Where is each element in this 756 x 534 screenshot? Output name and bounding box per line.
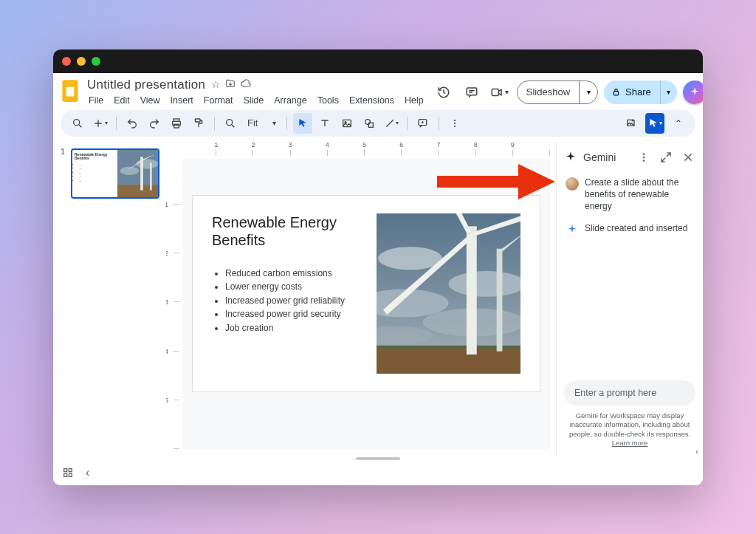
window-chrome	[53, 49, 703, 73]
gemini-user-message: Create a slide about the benefits of ren…	[566, 177, 694, 213]
comments-icon[interactable]	[461, 81, 483, 103]
menu-edit[interactable]: Edit	[112, 94, 131, 107]
gemini-sparkle-icon	[566, 223, 579, 236]
share-label: Share	[625, 86, 651, 97]
side-panel-toggle[interactable]: ‹	[695, 447, 698, 456]
slide-title[interactable]: Renewable Energy Benefits	[212, 213, 363, 249]
cloud-status-icon[interactable]	[240, 78, 251, 91]
svg-rect-43	[64, 473, 67, 476]
gemini-sparkle-icon	[689, 86, 701, 98]
image-gen-icon[interactable]	[622, 113, 641, 134]
svg-rect-12	[343, 120, 351, 126]
document-title[interactable]: Untitled presentation	[87, 78, 205, 92]
thumbnail-number: 1	[61, 147, 65, 156]
zoom-button[interactable]	[221, 113, 240, 134]
image-tool[interactable]	[337, 113, 357, 134]
workspace: 1 Renewable EnergyBenefits —————	[53, 143, 703, 456]
nav-prev-icon[interactable]: ‹	[86, 466, 89, 479]
list-item: Increased power grid security	[225, 307, 363, 321]
svg-point-30	[378, 247, 442, 270]
svg-rect-10	[195, 119, 200, 122]
collapse-toolbar-icon[interactable]: ⌃	[669, 113, 688, 134]
gemini-close-icon[interactable]	[681, 150, 695, 165]
svg-point-17	[454, 119, 456, 120]
menu-arrange[interactable]: Arrange	[272, 94, 308, 107]
share-button[interactable]: Share ▾	[604, 81, 677, 104]
close-window-button[interactable]	[62, 57, 71, 66]
svg-rect-41	[64, 468, 67, 471]
gemini-sparkle-icon	[564, 151, 577, 164]
slideshow-label[interactable]: Slideshow	[518, 81, 580, 103]
speaker-notes-handle[interactable]	[356, 457, 400, 460]
svg-rect-28	[377, 348, 520, 374]
video-call-icon[interactable]: ▾	[489, 81, 511, 103]
slide-image[interactable]	[377, 213, 520, 374]
zoom-label: Fit	[247, 117, 258, 129]
menu-insert[interactable]: Insert	[169, 94, 195, 107]
svg-point-38	[643, 153, 645, 155]
share-dropdown[interactable]: ▾	[661, 81, 677, 104]
prompt-placeholder: Enter a prompt here	[574, 388, 656, 398]
svg-rect-35	[497, 248, 503, 351]
slideshow-button[interactable]: Slideshow ▾	[517, 81, 598, 104]
gemini-prompt-input[interactable]: Enter a prompt here	[564, 380, 695, 405]
redo-button[interactable]	[145, 113, 164, 134]
line-tool[interactable]: ▾	[382, 113, 401, 134]
slide-thumbnail-1[interactable]: Renewable EnergyBenefits —————	[71, 148, 159, 199]
slide[interactable]: Renewable Energy Benefits Reduced carbon…	[193, 196, 540, 391]
menu-format[interactable]: Format	[202, 94, 235, 107]
grid-view-icon[interactable]	[62, 467, 74, 479]
list-item: Increased power grid reliability	[225, 294, 363, 308]
gemini-expand-icon[interactable]	[659, 150, 673, 165]
minimize-window-button[interactable]	[77, 57, 86, 66]
svg-rect-36	[467, 226, 477, 355]
svg-point-18	[454, 122, 456, 123]
menu-file[interactable]: File	[87, 94, 105, 107]
history-icon[interactable]	[433, 81, 455, 103]
ai-response-text: Slide created and inserted	[585, 222, 687, 236]
pointer-tool-active[interactable]: ▾	[645, 113, 664, 134]
slides-logo-icon[interactable]	[61, 78, 80, 104]
header: Untitled presentation ☆ File Edit Vi	[53, 73, 703, 107]
gemini-more-icon[interactable]	[636, 150, 651, 165]
gemini-fab-button[interactable]	[683, 81, 703, 104]
slideshow-dropdown[interactable]: ▾	[580, 81, 597, 103]
svg-rect-5	[614, 92, 619, 95]
menu-tools[interactable]: Tools	[316, 94, 340, 107]
user-avatar-small	[566, 177, 579, 191]
new-slide-button[interactable]: ▾	[90, 113, 110, 134]
more-tools-icon[interactable]	[445, 113, 464, 134]
zoom-select[interactable]: Fit▾	[243, 117, 281, 129]
select-tool[interactable]	[293, 113, 312, 134]
print-button[interactable]	[167, 113, 186, 134]
app-window: Untitled presentation ☆ File Edit Vi	[53, 49, 703, 485]
svg-point-23	[120, 166, 140, 174]
svg-point-11	[227, 119, 233, 125]
menu-view[interactable]: View	[139, 94, 162, 107]
gemini-disclaimer: Gemini for Workspace may display inaccur…	[564, 411, 695, 448]
comment-add-button[interactable]	[413, 113, 433, 134]
maximize-window-button[interactable]	[92, 57, 100, 66]
svg-rect-26	[150, 162, 152, 190]
menu-help[interactable]: Help	[403, 94, 425, 107]
svg-point-6	[74, 119, 80, 125]
shape-tool[interactable]	[360, 113, 379, 134]
paint-format-button[interactable]	[189, 113, 208, 134]
menu-extensions[interactable]: Extensions	[348, 94, 396, 107]
learn-more-link[interactable]: Learn more	[612, 439, 648, 447]
svg-point-40	[643, 160, 645, 162]
move-folder-icon[interactable]	[225, 78, 236, 91]
svg-point-24	[137, 159, 158, 168]
search-menus-icon[interactable]	[68, 113, 87, 134]
slide-bullets[interactable]: Reduced carbon emissions Lower energy co…	[212, 267, 363, 335]
svg-rect-4	[492, 89, 499, 95]
text-box-tool[interactable]	[315, 113, 334, 134]
lock-icon	[611, 87, 621, 97]
user-prompt-text: Create a slide about the benefits of ren…	[585, 177, 694, 213]
svg-point-39	[643, 156, 645, 158]
star-icon[interactable]: ☆	[211, 78, 221, 91]
svg-rect-25	[140, 157, 143, 190]
undo-button[interactable]	[123, 113, 142, 134]
menu-slide[interactable]: Slide	[241, 94, 265, 107]
svg-point-14	[365, 119, 371, 124]
